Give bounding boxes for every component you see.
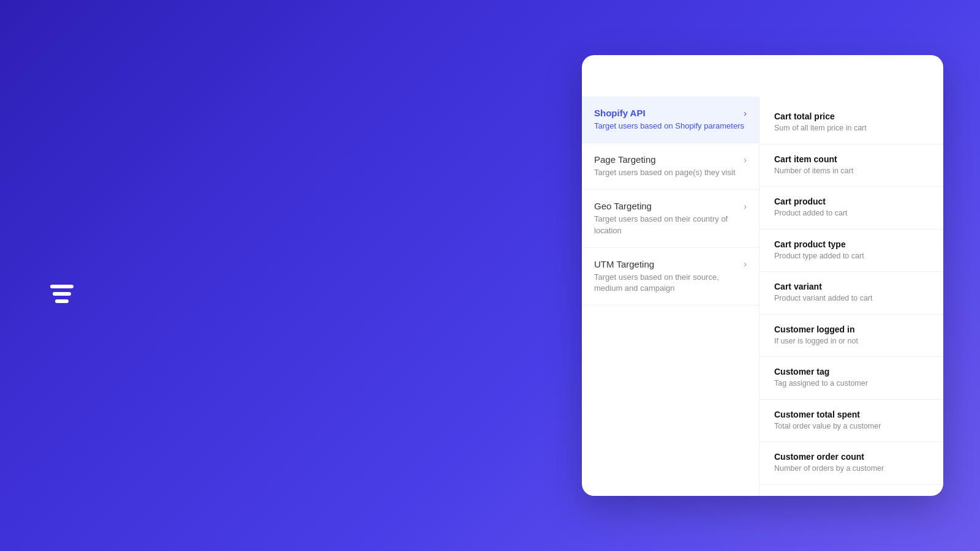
criteria-modal: Shopify API › Target users based on Shop… <box>582 55 943 496</box>
chevron-icon: › <box>744 201 747 211</box>
criteria-item-desc: Number of orders by a customer <box>774 463 929 474</box>
nav-item-title: Page Targeting <box>594 154 656 165</box>
criteria-item-title: Customer total spent <box>774 410 929 419</box>
criteria-item-desc: Product added to cart <box>774 208 929 219</box>
nav-item-title: Geo Targeting <box>594 201 652 211</box>
modal-body: Shopify API › Target users based on Shop… <box>582 97 943 496</box>
logo-area <box>49 281 410 307</box>
flowy-logo-icon <box>49 281 75 307</box>
criteria-item[interactable]: Customer order count Number of orders by… <box>760 442 943 485</box>
criteria-item[interactable]: Customer tag Tag assigned to a customer <box>760 357 943 400</box>
criteria-item-title: Customer tag <box>774 367 929 377</box>
criteria-item[interactable]: Cart variant Product variant added to ca… <box>760 272 943 315</box>
nav-item-desc: Target users based on Shopify parameters <box>594 121 747 132</box>
svg-rect-1 <box>53 292 71 296</box>
criteria-item[interactable]: Cart product Product added to cart <box>760 187 943 230</box>
nav-item-desc: Target users based on their source, medi… <box>594 272 747 294</box>
chevron-icon: › <box>744 259 747 269</box>
criteria-nav: Shopify API › Target users based on Shop… <box>582 97 760 496</box>
criteria-item-title: Customer subscription status <box>774 495 929 497</box>
criteria-item-title: Cart product type <box>774 239 929 249</box>
criteria-item-title: Customer logged in <box>774 324 929 334</box>
modal-header <box>582 55 943 97</box>
nav-item-desc: Target users based on their country of l… <box>594 214 747 236</box>
nav-item-title: UTM Targeting <box>594 259 654 269</box>
criteria-item-title: Cart product <box>774 197 929 206</box>
criteria-item-desc: Number of items in cart <box>774 166 929 177</box>
criteria-item-title: Cart variant <box>774 282 929 291</box>
criteria-item-desc: Tag assigned to a customer <box>774 378 929 389</box>
svg-rect-2 <box>55 299 69 303</box>
criteria-item-title: Cart item count <box>774 154 929 164</box>
criteria-item[interactable]: Customer total spent Total order value b… <box>760 400 943 443</box>
nav-item-page-targeting[interactable]: Page Targeting › Target users based on p… <box>582 143 759 190</box>
nav-item-geo-targeting[interactable]: Geo Targeting › Target users based on th… <box>582 190 759 247</box>
close-button[interactable] <box>909 70 926 87</box>
criteria-item-desc: Total order value by a customer <box>774 421 929 432</box>
nav-item-utm-targeting[interactable]: UTM Targeting › Target users based on th… <box>582 248 759 305</box>
criteria-item[interactable]: Customer subscription status If a custom… <box>760 485 943 497</box>
criteria-list: Cart total price Sum of all item price i… <box>760 97 943 496</box>
criteria-item-desc: If user is logged in or not <box>774 336 929 347</box>
chevron-icon: › <box>744 108 747 118</box>
nav-item-shopify-api[interactable]: Shopify API › Target users based on Shop… <box>582 97 759 143</box>
criteria-item-desc: Product variant added to cart <box>774 293 929 304</box>
criteria-item-title: Cart total price <box>774 111 929 121</box>
chevron-icon: › <box>744 155 747 165</box>
criteria-item-desc: Sum of all item price in cart <box>774 123 929 134</box>
svg-rect-0 <box>50 285 74 288</box>
criteria-item[interactable]: Customer logged in If user is logged in … <box>760 315 943 358</box>
criteria-item-desc: Product type added to cart <box>774 251 929 262</box>
nav-item-desc: Target users based on page(s) they visit <box>594 167 747 178</box>
criteria-item[interactable]: Cart item count Number of items in cart <box>760 144 943 187</box>
left-panel <box>0 208 459 343</box>
criteria-item[interactable]: Cart product type Product type added to … <box>760 230 943 272</box>
criteria-item-title: Customer order count <box>774 452 929 462</box>
nav-item-title: Shopify API <box>594 108 646 118</box>
criteria-item[interactable]: Cart total price Sum of all item price i… <box>760 102 943 144</box>
